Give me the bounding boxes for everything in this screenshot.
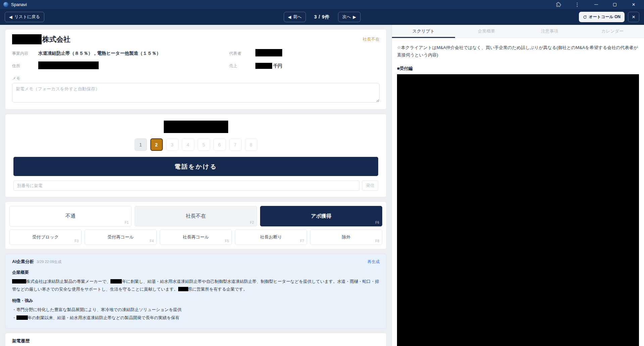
tab-script[interactable]: スクリプト: [392, 25, 455, 38]
script-section-heading: ■受付編: [397, 66, 639, 72]
page-button-4: 4: [182, 138, 194, 151]
window-close-icon[interactable]: ×: [629, 1, 638, 8]
call-history-title: 架電履歴: [12, 338, 380, 344]
status-button-no-answer[interactable]: 不通 F1: [9, 206, 132, 226]
status-button-exclude[interactable]: 除外 F8: [310, 229, 382, 245]
tab-company-overview[interactable]: 企業概要: [455, 25, 518, 38]
autocall-toggle-button[interactable]: オートコール ON: [579, 12, 625, 22]
status-button-reception-block[interactable]: 受付ブロック F3: [9, 229, 82, 245]
fkey-label: F8: [375, 239, 379, 243]
overview-paragraph: 株式会社は凍結防止製品の専業メーカーで、年に創業し、給湯・給水用水道凍結防止帯や…: [12, 278, 380, 293]
status-button-president-refusal[interactable]: 社長お断り F7: [235, 229, 307, 245]
dial-button[interactable]: 発信: [362, 180, 378, 191]
page-button-7: 7: [229, 138, 242, 151]
app-logo-icon: [3, 2, 8, 7]
status-button-president-absent[interactable]: 社長不在 F2: [135, 206, 257, 226]
business-label: 事業内容: [12, 51, 34, 56]
representative-label: 代表者: [229, 51, 251, 56]
company-card: 株式会社 社長不在 事業内容 水道凍結防止帯（８５％），電熱ヒーター他製造（１５…: [5, 29, 387, 110]
redacted-prefecture-inline: [178, 287, 188, 291]
status-button-president-recall[interactable]: 社長再コール F5: [160, 229, 232, 245]
redacted-company-name: [12, 34, 42, 44]
status-button-reception-recall[interactable]: 受付再コール F4: [85, 229, 157, 245]
next-button[interactable]: 次へ ▶: [338, 12, 360, 22]
regenerate-link[interactable]: 再生成: [367, 259, 380, 265]
redacted-year-inline: [16, 315, 28, 320]
fkey-label: F6: [375, 221, 379, 224]
ai-generated-timestamp: 3/29 22:09生成: [37, 259, 61, 264]
redacted-sales: [255, 63, 272, 69]
prev-arrow-icon: ◀: [288, 14, 291, 19]
call-result-card: 不通 F1 社長不在 F2 アポ獲得 F6 受付ブロック F3 受付: [5, 202, 387, 249]
company-name-suffix: 株式会社: [42, 35, 70, 44]
status-badge: 社長不在: [363, 37, 380, 42]
sales-unit: 千円: [273, 63, 282, 69]
redacted-representative: [255, 49, 282, 56]
back-arrow-icon: ◀: [9, 14, 12, 19]
redacted-company-inline: [12, 279, 26, 284]
address-label: 住所: [12, 63, 34, 69]
fkey-label: F5: [225, 239, 229, 243]
redacted-address: [38, 61, 99, 69]
fkey-label: F2: [250, 221, 254, 224]
panel-close-button[interactable]: ×: [628, 12, 639, 22]
call-history-card: 架電履歴 1回目 社長不在 3/16 10:46 録音: [5, 333, 387, 346]
sales-label: 売上: [229, 63, 251, 69]
app-title: Spanavi: [11, 2, 27, 7]
refresh-icon: [583, 15, 587, 19]
features-heading: 特徴・強み: [12, 298, 380, 304]
page-button-5: 5: [198, 138, 210, 151]
fkey-label: F1: [125, 221, 129, 224]
script-panel-tabbar: スクリプト 企業概要 注意事項 カレンダー: [392, 25, 644, 38]
toolbar: ◀ リストに戻る ◀ 前へ 3 / 9件 次へ ▶ オートコール ON ×: [0, 9, 644, 25]
feature-bullet-1: ・専門分野に特化した豊富な製品展開により、寒冷地での凍結防止ソリューションを提供: [12, 306, 380, 314]
feature-bullet-2: ・年の創業以来、給湯・給水用水道凍結防止帯などの製品開発で長年の実績を保有: [12, 314, 380, 322]
redacted-script-block: [397, 74, 639, 346]
extensions-icon[interactable]: [554, 1, 563, 8]
page-button-6: 6: [213, 138, 226, 151]
memo-label: メモ: [12, 76, 380, 81]
script-panel: スクリプト 企業概要 注意事項 カレンダー ☆本クライアントはM&A仲介会社では…: [392, 25, 644, 346]
overview-heading: 企業概要: [12, 270, 380, 275]
dialer-card: 1 2 3 4 5 6 7 8 電話をかける 発信: [5, 114, 387, 197]
phone-number-pager: 1 2 3 4 5 6 7 8: [13, 138, 378, 151]
page-button-3: 3: [166, 138, 179, 151]
script-client-note: ☆本クライアントはM&A仲介会社ではなく、買い手企業のため話しぶりが異なる(御社…: [397, 44, 639, 59]
tab-cautions[interactable]: 注意事項: [518, 25, 581, 38]
ai-analysis-card: AI企業分析 3/29 22:09生成 再生成 企業概要 株式会社は凍結防止製品…: [5, 254, 387, 329]
fkey-label: F4: [150, 239, 154, 243]
browser-menu-icon[interactable]: ⋮: [573, 1, 582, 8]
ai-analysis-title: AI企業分析: [12, 259, 34, 265]
page-button-8: 8: [245, 138, 257, 151]
back-to-list-button[interactable]: ◀ リストに戻る: [5, 12, 44, 22]
close-icon: ×: [632, 14, 635, 20]
minimize-icon[interactable]: [592, 1, 600, 8]
prev-button[interactable]: ◀ 前へ: [284, 12, 306, 22]
make-call-button[interactable]: 電話をかける: [13, 157, 378, 176]
page-button-1[interactable]: 1: [135, 138, 147, 151]
tab-calendar[interactable]: カレンダー: [581, 25, 644, 38]
alt-number-input[interactable]: [13, 180, 359, 191]
next-arrow-icon: ▶: [353, 14, 356, 19]
business-value: 水道凍結防止帯（８５％），電熱ヒーター他製造（１５％）: [38, 50, 225, 56]
status-button-appointment[interactable]: アポ獲得 F6: [260, 206, 382, 226]
fkey-label: F3: [75, 239, 79, 243]
memo-textarea[interactable]: [12, 83, 380, 102]
redacted-phone-number: [164, 121, 228, 133]
fkey-label: F7: [300, 239, 304, 243]
redacted-year-inline: [110, 279, 122, 284]
record-counter: 3 / 9件: [314, 14, 330, 20]
maximize-icon[interactable]: [610, 1, 619, 8]
main-column: 株式会社 社長不在 事業内容 水道凍結防止帯（８５％），電熱ヒーター他製造（１５…: [0, 25, 392, 346]
window-titlebar: Spanavi ⋮ ×: [0, 0, 644, 9]
page-button-2[interactable]: 2: [150, 138, 163, 151]
